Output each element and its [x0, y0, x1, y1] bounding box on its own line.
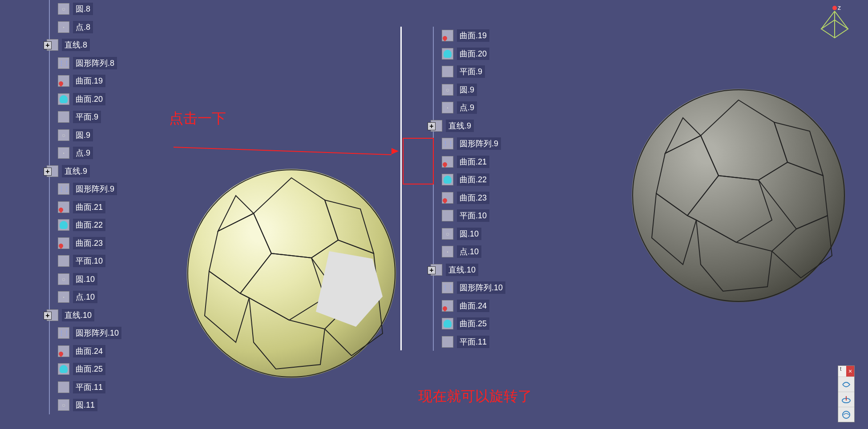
tree-item-tree_right-13[interactable]: +直线.10	[415, 261, 505, 279]
circle-icon	[58, 399, 69, 411]
surface-cyan-icon	[442, 174, 453, 185]
tree-item-label: 圆形阵列.8	[73, 57, 117, 69]
circle-icon	[58, 3, 69, 15]
circle-icon	[442, 228, 453, 240]
tree-item-label: 圆.9	[73, 129, 93, 141]
tree-item-tree_left-16[interactable]: 点.10	[22, 288, 121, 306]
tree-item-label: 曲面.22	[457, 173, 489, 186]
tree-item-label: 曲面.24	[457, 300, 489, 312]
tree-item-tree_right-2[interactable]: 平面.9	[415, 63, 505, 81]
annotation-arrow-head	[392, 148, 399, 154]
point-icon	[442, 246, 453, 257]
tree-item-tree_left-7[interactable]: 圆.9	[22, 126, 121, 144]
tree-item-tree_left-2[interactable]: +直线.8	[22, 36, 121, 54]
tree-item-tree_right-1[interactable]: 曲面.20	[415, 45, 505, 63]
tree-item-tree_left-6[interactable]: 平面.9	[22, 108, 121, 126]
toolbar-close-button[interactable]: ×	[846, 366, 854, 377]
tree-item-label: 平面.9	[73, 111, 101, 123]
tree-item-tree_left-19[interactable]: 曲面.24	[22, 342, 121, 361]
tree-item-tree_left-17[interactable]: +直线.10	[22, 306, 121, 325]
tree-item-label: 直线.8	[62, 39, 90, 51]
expand-toggle-icon[interactable]: +	[44, 312, 52, 320]
tree-item-label: 曲面.19	[457, 29, 489, 42]
annotation-highlight-box	[403, 138, 434, 184]
tree-item-tree_left-15[interactable]: 圆.10	[22, 270, 121, 289]
viewport-model-grey-ball[interactable]	[632, 89, 845, 302]
tree-item-tree_left-9[interactable]: +直线.9	[22, 162, 121, 180]
tree-item-tree_right-0[interactable]: 曲面.19	[415, 27, 505, 45]
toolbar-button-2[interactable]	[838, 392, 854, 407]
surface-red-icon	[58, 237, 69, 249]
tree-item-tree_right-16[interactable]: 曲面.25	[415, 315, 505, 333]
tree-item-tree_left-11[interactable]: 曲面.21	[22, 198, 121, 217]
pattern-icon	[442, 282, 453, 293]
circle-icon	[58, 129, 69, 141]
tree-item-tree_right-4[interactable]: 点.9	[415, 99, 505, 117]
tree-item-tree_left-21[interactable]: 平面.11	[22, 378, 121, 397]
tree-item-tree_right-14[interactable]: 圆形阵列.10	[415, 279, 505, 297]
tree-item-label: 圆形阵列.9	[73, 183, 117, 195]
toolbar-button-3[interactable]	[838, 407, 854, 422]
floating-toolbar[interactable]: t ×	[838, 365, 855, 422]
surface-cyan-icon	[58, 93, 69, 105]
expand-toggle-icon[interactable]: +	[44, 168, 52, 176]
tree-item-tree_left-1[interactable]: 点.8	[22, 18, 121, 36]
point-icon	[58, 21, 69, 33]
tree-item-label: 点.9	[457, 101, 477, 114]
annotation-click-label: 点击一下	[169, 109, 226, 128]
tree-item-tree_right-5[interactable]: +直线.9	[415, 117, 505, 135]
tree-item-tree_left-18[interactable]: 圆形阵列.10	[22, 324, 121, 342]
feature-tree-left: 圆.8点.8+直线.8圆形阵列.8曲面.19曲面.20平面.9圆.9点.9+直线…	[22, 0, 121, 414]
surface-red-icon	[58, 75, 69, 87]
tree-item-tree_right-17[interactable]: 平面.11	[415, 333, 505, 351]
expand-toggle-icon[interactable]: +	[428, 122, 436, 130]
viewport-compass[interactable]: z	[815, 4, 855, 44]
expand-toggle-icon[interactable]: +	[44, 41, 52, 49]
tree-item-tree_right-12[interactable]: 点.10	[415, 243, 505, 261]
tree-item-tree_left-12[interactable]: 曲面.22	[22, 216, 121, 234]
tree-item-tree_left-5[interactable]: 曲面.20	[22, 90, 121, 108]
plane-icon	[58, 381, 69, 393]
pattern-icon	[58, 57, 69, 69]
tree-item-tree_left-8[interactable]: 点.9	[22, 144, 121, 162]
feature-tree-right: 曲面.19曲面.20平面.9圆.9点.9+直线.9圆形阵列.9曲面.21曲面.2…	[415, 27, 505, 351]
surface-red-icon	[442, 156, 453, 168]
tree-item-label: 曲面.25	[457, 317, 489, 330]
tree-item-tree_right-9[interactable]: 曲面.23	[415, 189, 505, 207]
tree-item-label: 点.8	[73, 21, 93, 33]
tree-item-tree_left-14[interactable]: 平面.10	[22, 252, 121, 270]
tree-item-tree_right-11[interactable]: 圆.10	[415, 225, 505, 243]
point-icon	[58, 147, 69, 159]
tree-item-tree_left-10[interactable]: 圆形阵列.9	[22, 180, 121, 198]
tree-item-tree_left-22[interactable]: 圆.11	[22, 396, 121, 414]
pattern-icon	[442, 138, 453, 149]
toolbar-button-1[interactable]	[838, 377, 854, 392]
pattern-icon	[58, 183, 69, 195]
tree-item-tree_left-20[interactable]: 曲面.25	[22, 360, 121, 378]
tree-item-tree_left-13[interactable]: 曲面.23	[22, 234, 121, 253]
tree-item-tree_left-0[interactable]: 圆.8	[22, 0, 121, 18]
svg-text:z: z	[838, 4, 841, 11]
surface-red-icon	[58, 201, 69, 213]
tree-item-tree_right-3[interactable]: 圆.9	[415, 81, 505, 99]
tree-item-label: 曲面.20	[73, 93, 105, 105]
tree-item-label: 曲面.19	[73, 75, 105, 87]
tree-item-label: 圆.10	[73, 273, 97, 285]
surface-cyan-icon	[442, 48, 453, 60]
plane-icon	[58, 111, 69, 123]
svg-point-3	[832, 6, 837, 10]
tree-item-label: 圆.8	[73, 3, 93, 15]
plane-icon	[442, 336, 453, 348]
tree-item-label: 圆.9	[457, 84, 477, 96]
tree-item-label: 平面.10	[457, 209, 489, 222]
tree-item-tree_left-4[interactable]: 曲面.19	[22, 72, 121, 90]
tree-item-tree_right-15[interactable]: 曲面.24	[415, 297, 505, 315]
expand-toggle-icon[interactable]: +	[428, 266, 436, 274]
tree-item-tree_right-10[interactable]: 平面.10	[415, 207, 505, 225]
surface-cyan-icon	[58, 363, 69, 375]
tree-item-tree_left-3[interactable]: 圆形阵列.8	[22, 54, 121, 72]
toolbar-header[interactable]: t ×	[838, 366, 854, 377]
plane-icon	[58, 255, 69, 267]
tree-item-label: 曲面.21	[457, 156, 489, 168]
surface-cyan-icon	[58, 219, 69, 231]
